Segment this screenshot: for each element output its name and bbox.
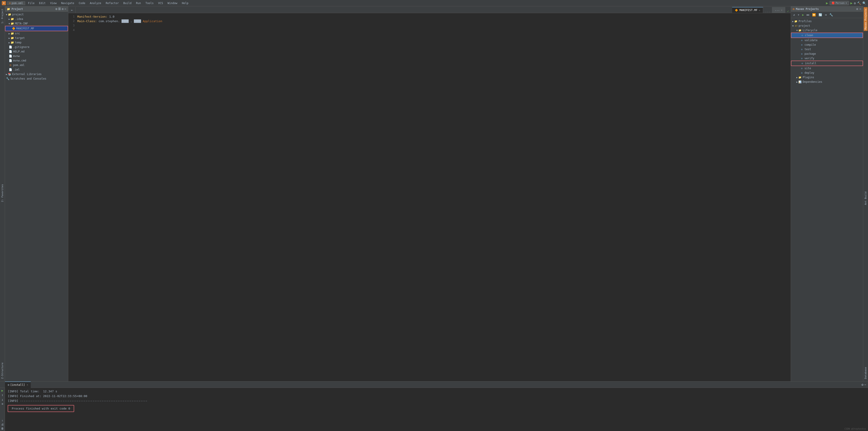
maven-site[interactable]: ⚙ site: [791, 66, 863, 70]
maven-project-root[interactable]: ▼ 🏷 project: [791, 24, 863, 28]
editor-tab-manifest[interactable]: 🔶 clean MANIFEST.MF ✕: [732, 7, 763, 13]
line-code-4: [77, 29, 791, 33]
tree-idea[interactable]: ▶ 📁 .idea: [5, 17, 68, 21]
person-dropdown[interactable]: 🔴 Person ▾: [830, 1, 849, 5]
maven-panel-header: m Maven Projects ⚙ −: [791, 6, 863, 12]
run-wrap-btn[interactable]: ≡: [2, 402, 3, 405]
editor-content[interactable]: 1 Manifest-Version: 1.0 2 Main-Class: co…: [68, 13, 791, 381]
tree-mvnwcmd[interactable]: 📄 mvnw.cmd: [5, 58, 68, 63]
run-stop-btn[interactable]: ↑: [1, 393, 3, 397]
validate-label: validate: [804, 39, 817, 42]
project-strip-label[interactable]: 1: Project: [0, 7, 4, 25]
tree-iml[interactable]: 📄 .iml: [5, 67, 68, 72]
run-clear-btn[interactable]: 🗑: [1, 427, 4, 430]
maven-reload-btn[interactable]: 🔄: [817, 13, 823, 17]
z-structure-label[interactable]: Z-Structure: [0, 361, 4, 380]
maven-plugins[interactable]: ▶ 📁 Plugins: [791, 75, 863, 80]
tree-meta-inf[interactable]: ▼ 📁 META-INF: [5, 21, 68, 26]
menu-tools[interactable]: Tools: [144, 1, 155, 5]
tree-src[interactable]: ▶ 📁 src: [5, 31, 68, 36]
dependencies-icon: 📊: [798, 80, 802, 84]
maven-add-btn[interactable]: +: [797, 13, 800, 17]
menu-help[interactable]: Help: [180, 1, 190, 5]
menu-edit[interactable]: Edit: [37, 1, 48, 5]
menu-navigate[interactable]: Navigate: [59, 1, 76, 5]
bottom-settings-icon[interactable]: ⚙: [862, 383, 863, 387]
maven-panel-title: Maven Projects: [796, 7, 855, 11]
maven-collapse-btn[interactable]: ⇉: [824, 13, 828, 17]
favorites-strip-label[interactable]: 2: Favorites: [0, 183, 4, 203]
validate-gear-icon: ⚙: [800, 38, 804, 42]
tree-target[interactable]: ▶ 📁 target: [5, 36, 68, 40]
maven-dependencies[interactable]: ▶ 📊 Dependencies: [791, 80, 863, 84]
run-tab-close[interactable]: ✕: [27, 383, 28, 386]
maven-lifecycle[interactable]: ▼ 📁 Lifecycle: [791, 28, 863, 33]
database-strip-label[interactable]: Database: [864, 366, 868, 380]
menu-file[interactable]: File: [26, 1, 36, 5]
bottom-minimize-icon[interactable]: −: [864, 383, 866, 387]
tree-temp[interactable]: ▶ 📁 temp: [5, 40, 68, 45]
menu-code[interactable]: Code: [77, 1, 87, 5]
maven-strip-label[interactable]: Maven Projects: [864, 7, 868, 31]
menu-refactor[interactable]: Refactor: [104, 1, 121, 5]
run-debug-icon[interactable]: ▶: [850, 1, 852, 5]
maven-package[interactable]: ⚙ package: [791, 52, 863, 56]
bottom-settings: ⚙ −: [862, 383, 868, 387]
scope-icon[interactable]: ⊙: [56, 7, 57, 11]
maven-test[interactable]: ⚙ test: [791, 47, 863, 52]
menu-window[interactable]: Window: [166, 1, 179, 5]
maven-clean[interactable]: ⚙ clean: [791, 33, 863, 38]
src-label: src: [15, 32, 20, 35]
run-scroll-end-btn[interactable]: ⇓: [2, 419, 3, 422]
manifest-tab-close[interactable]: ✕: [759, 9, 760, 11]
maven-skip-btn[interactable]: ⏭: [806, 13, 810, 17]
settings-icon[interactable]: ⚙: [62, 7, 64, 11]
editor-tabs: ← 🔶 clean MANIFEST.MF ✕ ... ... ✕: [68, 6, 791, 13]
maven-compile[interactable]: ⚙ compile: [791, 42, 863, 47]
editor-tab-3[interactable]: ... ✕: [772, 7, 785, 13]
menu-view[interactable]: View: [49, 1, 59, 5]
ant-build-strip-label[interactable]: Ant Build: [864, 190, 868, 207]
build-icon[interactable]: 🔨: [857, 1, 861, 5]
run-tab[interactable]: ⚙ [install] ✕: [5, 381, 31, 388]
run-print-btn[interactable]: 🖨: [1, 423, 4, 426]
tree-pomxml[interactable]: m pom.xml: [5, 63, 68, 67]
add-config-icon[interactable]: ⚙: [854, 1, 856, 5]
tree-root[interactable]: ▼ 📁 project: [5, 12, 68, 17]
compile-label: compile: [804, 43, 816, 47]
run-green-button[interactable]: ▶: [826, 1, 828, 5]
menu-bar: ♦ m pom.xml File Edit View Navigate Code…: [0, 0, 868, 6]
minimize-icon[interactable]: −: [64, 7, 66, 11]
tree-ext-libs[interactable]: ▶ 📚 External Libraries: [5, 72, 68, 76]
maven-install[interactable]: ⚙ install: [791, 61, 863, 66]
run-rerun-btn[interactable]: ↓: [1, 398, 3, 401]
maven-profiles[interactable]: ▶ 📁 Profiles: [791, 19, 863, 24]
install-gear-icon: ⚙: [800, 62, 804, 65]
run-tab-label: [install]: [10, 383, 25, 387]
tree-mvnw[interactable]: 📄 mvnw: [5, 54, 68, 58]
tree-help[interactable]: 📄 HELP.md: [5, 49, 68, 54]
maven-wrench-btn[interactable]: 🔧: [829, 13, 834, 17]
tree-manifest[interactable]: 🔶 MANIFEST.MF: [5, 26, 68, 31]
tab3-close[interactable]: ✕: [781, 9, 782, 11]
maven-validate[interactable]: ⚙ validate: [791, 38, 863, 42]
manifest-file-icon: 🔶: [12, 27, 16, 30]
maven-refresh-btn[interactable]: ↺: [792, 13, 796, 17]
menu-build[interactable]: Build: [122, 1, 133, 5]
menu-run[interactable]: Run: [134, 1, 143, 5]
menu-analyze[interactable]: Analyze: [88, 1, 103, 5]
maven-settings-icon[interactable]: ⚙: [856, 7, 858, 11]
maven-phase-btn[interactable]: ⏩: [811, 13, 817, 17]
search-everywhere-icon[interactable]: 🔍: [862, 1, 866, 5]
tree-gitignore[interactable]: 📄 .gitignore: [5, 45, 68, 49]
maven-deploy[interactable]: ⚙ deploy: [791, 70, 863, 75]
maven-verify[interactable]: ⚙ verify: [791, 56, 863, 61]
maven-run-btn[interactable]: ▶: [801, 13, 805, 17]
maven-minimize-icon[interactable]: −: [860, 7, 861, 11]
menu-vcs[interactable]: VCS: [156, 1, 165, 5]
gear-settings-icon[interactable]: ☰: [58, 7, 61, 11]
tree-scratches[interactable]: 🔧 Scratches and Consoles: [5, 76, 68, 81]
editor-tab-forward[interactable]: ←: [68, 7, 76, 13]
file-tab[interactable]: m pom.xml: [7, 1, 25, 5]
run-play-btn[interactable]: ▶: [1, 389, 3, 392]
